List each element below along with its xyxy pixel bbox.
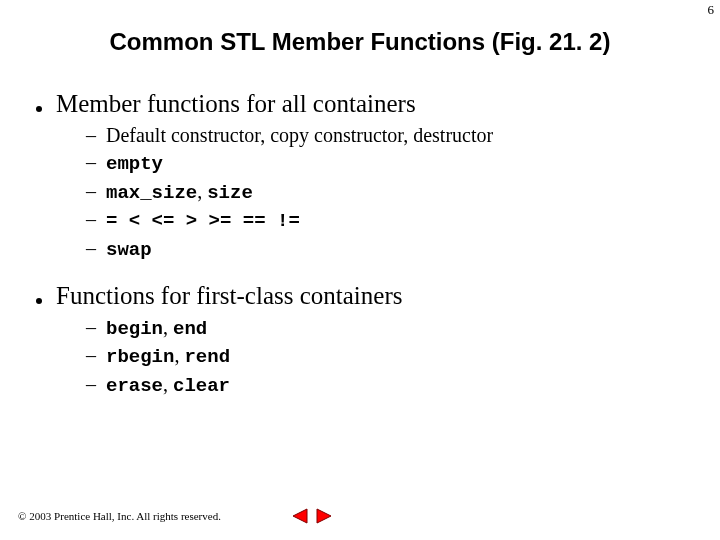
sub-item: – = < <= > >= == != xyxy=(86,206,720,235)
slide-title: Common STL Member Functions (Fig. 21. 2) xyxy=(0,28,720,56)
content-area: Member functions for all containers – De… xyxy=(36,90,720,399)
prev-arrow-icon[interactable] xyxy=(291,508,309,524)
copyright-text: 2003 Prentice Hall, Inc. All rights rese… xyxy=(29,510,221,522)
sub-item: – swap xyxy=(86,235,720,264)
bullet-dot-icon xyxy=(36,298,42,304)
copyright-symbol: © xyxy=(18,510,26,522)
sub-code: empty xyxy=(106,152,163,178)
separator: , xyxy=(174,344,184,366)
bullet-item: Member functions for all containers xyxy=(36,90,720,118)
sub-item: – empty xyxy=(86,149,720,178)
dash-icon: – xyxy=(86,371,96,398)
sub-item: – erase, clear xyxy=(86,371,720,400)
sub-code: clear xyxy=(173,375,230,397)
page-number: 6 xyxy=(708,2,715,18)
sub-item: – rbegin, rend xyxy=(86,342,720,371)
sub-code: swap xyxy=(106,238,152,264)
svg-marker-1 xyxy=(317,509,331,523)
sublist: – Default constructor, copy constructor,… xyxy=(86,122,720,264)
nav-arrows xyxy=(291,508,333,524)
sub-code: max_size xyxy=(106,182,197,204)
bullet-dot-icon xyxy=(36,106,42,112)
sub-code: = < <= > >= == != xyxy=(106,209,300,235)
sub-item: – begin, end xyxy=(86,314,720,343)
sub-code: erase xyxy=(106,375,163,397)
dash-icon: – xyxy=(86,122,96,149)
svg-marker-0 xyxy=(293,509,307,523)
bullet-item: Functions for first-class containers xyxy=(36,282,720,310)
sub-code: rbegin xyxy=(106,346,174,368)
copyright: © 2003 Prentice Hall, Inc. All rights re… xyxy=(18,510,221,522)
dash-icon: – xyxy=(86,235,96,262)
sub-text: Default constructor, copy constructor, d… xyxy=(106,122,493,149)
separator: , xyxy=(163,316,173,338)
sublist: – begin, end – rbegin, rend – erase, cle… xyxy=(86,314,720,400)
sub-code: begin xyxy=(106,318,163,340)
separator: , xyxy=(163,373,173,395)
sub-code: rend xyxy=(184,346,230,368)
dash-icon: – xyxy=(86,342,96,369)
dash-icon: – xyxy=(86,206,96,233)
footer: © 2003 Prentice Hall, Inc. All rights re… xyxy=(18,508,333,524)
separator: , xyxy=(197,180,207,202)
sub-code: end xyxy=(173,318,207,340)
bullet-text: Member functions for all containers xyxy=(56,90,416,118)
dash-icon: – xyxy=(86,178,96,205)
dash-icon: – xyxy=(86,314,96,341)
dash-icon: – xyxy=(86,149,96,176)
sub-item: – Default constructor, copy constructor,… xyxy=(86,122,720,149)
sub-code: size xyxy=(207,182,253,204)
bullet-text: Functions for first-class containers xyxy=(56,282,402,310)
next-arrow-icon[interactable] xyxy=(315,508,333,524)
sub-item: – max_size, size xyxy=(86,178,720,207)
